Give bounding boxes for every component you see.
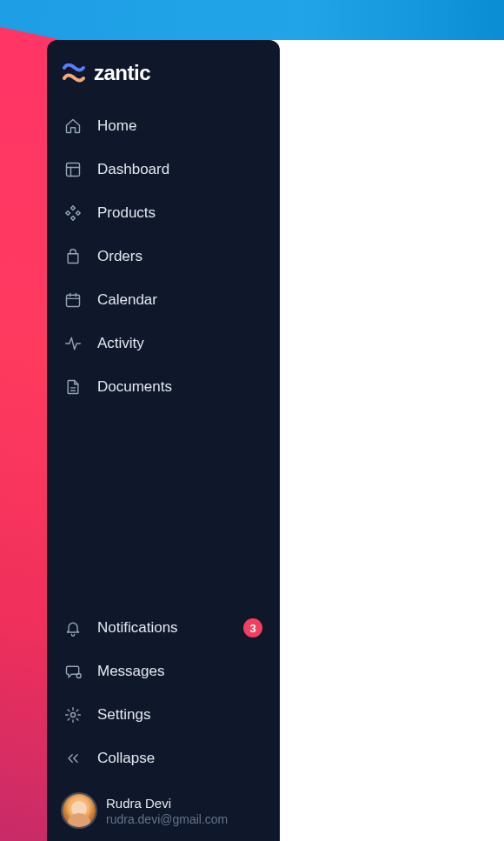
svg-rect-0 xyxy=(67,164,80,177)
sidebar: zantic Home Dashboard Produc xyxy=(47,40,280,841)
sidebar-item-activity[interactable]: Activity xyxy=(54,322,273,365)
chevrons-left-icon xyxy=(64,750,82,767)
avatar xyxy=(63,794,96,827)
notification-badge: 3 xyxy=(243,618,262,637)
nav-label: Settings xyxy=(97,706,262,724)
home-icon xyxy=(64,117,82,135)
user-profile-row[interactable]: Rudra Devi rudra.devi@gmail.com xyxy=(47,785,280,827)
svg-rect-5 xyxy=(76,211,80,216)
sidebar-item-documents[interactable]: Documents xyxy=(54,365,273,409)
main-content-area xyxy=(280,40,504,841)
svg-rect-7 xyxy=(67,295,80,306)
sidebar-item-home[interactable]: Home xyxy=(54,104,273,148)
svg-rect-6 xyxy=(71,216,76,220)
chat-icon xyxy=(64,663,82,680)
sidebar-item-calendar[interactable]: Calendar xyxy=(54,278,273,322)
activity-icon xyxy=(64,335,82,352)
sidebar-item-orders[interactable]: Orders xyxy=(54,235,273,278)
user-name: Rudra Devi xyxy=(106,796,228,811)
nav-label: Calendar xyxy=(97,291,262,309)
brand-block[interactable]: zantic xyxy=(47,57,280,104)
nav-label: Orders xyxy=(97,248,262,265)
sidebar-item-collapse[interactable]: Collapse xyxy=(54,737,273,780)
nav-label: Dashboard xyxy=(97,161,262,178)
sidebar-item-dashboard[interactable]: Dashboard xyxy=(54,148,273,191)
nav-label: Notifications xyxy=(97,619,228,637)
user-meta: Rudra Devi rudra.devi@gmail.com xyxy=(106,796,228,826)
sidebar-item-products[interactable]: Products xyxy=(54,191,273,235)
primary-nav: Home Dashboard Products Orders xyxy=(47,104,280,409)
bag-icon xyxy=(64,248,82,265)
nav-label: Products xyxy=(97,204,262,222)
nav-label: Collapse xyxy=(97,750,262,767)
file-icon xyxy=(64,378,82,396)
sidebar-item-messages[interactable]: Messages xyxy=(54,650,273,693)
svg-rect-4 xyxy=(66,211,70,216)
brand-name: zantic xyxy=(94,61,150,85)
nav-label: Messages xyxy=(97,663,262,680)
nav-label: Documents xyxy=(97,378,262,396)
sidebar-item-notifications[interactable]: Notifications 3 xyxy=(54,606,273,650)
brand-logo-icon xyxy=(63,63,85,83)
layout-icon xyxy=(64,161,82,178)
bell-icon xyxy=(64,619,82,637)
grid-dots-icon xyxy=(64,204,82,222)
svg-rect-3 xyxy=(71,206,76,210)
nav-label: Home xyxy=(97,117,262,135)
sidebar-item-settings[interactable]: Settings xyxy=(54,693,273,737)
nav-label: Activity xyxy=(97,335,262,352)
gear-icon xyxy=(64,706,82,724)
user-email: rudra.devi@gmail.com xyxy=(106,812,228,826)
sidebar-spacer xyxy=(47,409,280,606)
bg-top-bar xyxy=(0,0,504,40)
secondary-nav: Notifications 3 Messages Settings Collap… xyxy=(47,606,280,780)
calendar-icon xyxy=(64,291,82,309)
svg-point-14 xyxy=(71,713,76,718)
